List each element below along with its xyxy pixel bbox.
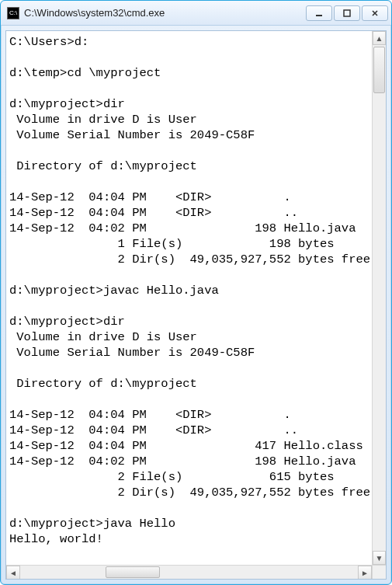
vertical-scroll-thumb[interactable]: [373, 47, 385, 93]
horizontal-scrollbar[interactable]: ◄ ►: [6, 565, 372, 579]
svg-rect-1: [344, 10, 350, 16]
console-line: [9, 547, 383, 562]
console-line: 1 File(s) 198 bytes: [9, 236, 383, 252]
console-output[interactable]: C:\Users>d: d:\temp>cd \myproject d:\myp…: [6, 31, 386, 565]
console-line: Volume Serial Number is 2049-C58F: [9, 127, 383, 143]
window-title: C:\Windows\system32\cmd.exe: [24, 7, 306, 19]
console-line: 14-Sep-12 04:04 PM <DIR> ..: [9, 205, 383, 221]
console-line: Volume in drive D is User: [9, 112, 383, 127]
console-line: [9, 143, 383, 158]
console-line: 14-Sep-12 04:04 PM <DIR> .: [9, 190, 383, 205]
console-line: 14-Sep-12 04:04 PM 417 Hello.class: [9, 438, 383, 454]
scroll-down-button[interactable]: ▼: [373, 551, 386, 565]
console-line: d:\myproject>dir: [9, 96, 383, 112]
console-line: Volume in drive D is User: [9, 329, 383, 345]
minimize-button[interactable]: [306, 5, 332, 21]
console-line: 14-Sep-12 04:04 PM <DIR> ..: [9, 423, 383, 438]
console-line: [9, 267, 383, 283]
console-line: 2 Dir(s) 49,035,927,552 bytes free: [9, 485, 383, 500]
horizontal-scroll-thumb[interactable]: [106, 566, 160, 578]
console-line: d:\temp>cd \myproject: [9, 65, 383, 81]
console-line: C:\Users>d:: [9, 34, 383, 50]
svg-rect-0: [316, 15, 322, 16]
console-line: d:\myproject>java Hello: [9, 516, 383, 531]
cmd-window: C:\ C:\Windows\system32\cmd.exe C:\Users…: [0, 0, 392, 585]
console-line: [9, 392, 383, 407]
console-line: [9, 298, 383, 314]
scroll-right-button[interactable]: ►: [358, 566, 372, 580]
console-line: 2 Dir(s) 49,035,927,552 bytes free: [9, 252, 383, 267]
scroll-up-button[interactable]: ▲: [373, 31, 386, 45]
console-line: Hello, world!: [9, 531, 383, 547]
console-line: [9, 500, 383, 516]
scrollbar-corner: [372, 565, 386, 579]
console-line: [9, 174, 383, 190]
console-line: Volume Serial Number is 2049-C58F: [9, 345, 383, 360]
vertical-scrollbar[interactable]: ▲ ▼: [372, 31, 386, 565]
console-line: 14-Sep-12 04:02 PM 198 Hello.java: [9, 454, 383, 469]
console-line: d:\myproject>dir: [9, 314, 383, 329]
console-line: 14-Sep-12 04:04 PM <DIR> .: [9, 407, 383, 423]
console-line: Directory of d:\myproject: [9, 376, 383, 392]
console-line: [9, 81, 383, 96]
console-line: 14-Sep-12 04:02 PM 198 Hello.java: [9, 221, 383, 236]
console-line: 2 File(s) 615 bytes: [9, 469, 383, 485]
console-line: [9, 50, 383, 65]
maximize-button[interactable]: [334, 5, 360, 21]
console-line: Directory of d:\myproject: [9, 158, 383, 174]
cmd-icon: C:\: [7, 7, 19, 19]
scroll-left-button[interactable]: ◄: [6, 566, 20, 580]
window-controls: [306, 5, 388, 21]
console-line: [9, 360, 383, 376]
horizontal-scroll-track[interactable]: [20, 566, 358, 579]
client-area: C:\Users>d: d:\temp>cd \myproject d:\myp…: [5, 30, 387, 580]
console-line: d:\myproject>javac Hello.java: [9, 283, 383, 298]
vertical-scroll-track[interactable]: [373, 45, 386, 551]
titlebar[interactable]: C:\ C:\Windows\system32\cmd.exe: [1, 1, 391, 26]
close-button[interactable]: [362, 5, 388, 21]
